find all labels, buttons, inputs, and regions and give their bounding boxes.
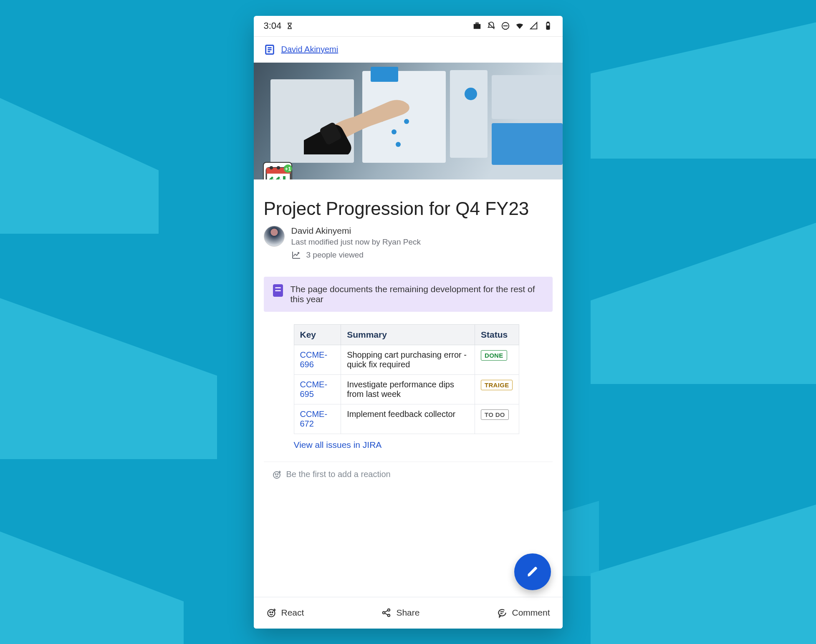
jira-status-badge: DONE bbox=[481, 350, 507, 361]
svg-point-24 bbox=[277, 474, 278, 475]
view-all-issues-link[interactable]: View all issues in JIRA bbox=[294, 440, 553, 450]
hero-hand-illustration bbox=[304, 79, 421, 154]
jira-row: CCME-695Investigate performance dips fro… bbox=[294, 374, 519, 404]
jira-issues-table: Key Summary Status CCME-696Shopping cart… bbox=[294, 324, 553, 450]
react-icon bbox=[266, 607, 277, 618]
react-button[interactable]: React bbox=[266, 607, 304, 618]
jira-summary: Shopping cart purchasing error - quick f… bbox=[341, 345, 475, 374]
svg-point-22 bbox=[273, 472, 280, 478]
breadcrumb-author-link[interactable]: David Akinyemi bbox=[281, 45, 339, 54]
svg-point-16 bbox=[270, 166, 273, 169]
signal-icon bbox=[529, 21, 538, 30]
page-emoji-icon[interactable]: +1 bbox=[263, 162, 292, 179]
reaction-hint-text: Be the first to add a reaction bbox=[286, 470, 391, 479]
svg-rect-6 bbox=[547, 22, 549, 23]
svg-point-28 bbox=[270, 612, 270, 613]
status-bar: 3:04 bbox=[254, 16, 563, 37]
svg-point-29 bbox=[272, 612, 273, 613]
svg-line-35 bbox=[385, 611, 388, 612]
hero-image: +1 bbox=[254, 63, 563, 179]
sync-icon bbox=[285, 22, 294, 30]
svg-point-17 bbox=[277, 166, 280, 169]
svg-text:+1: +1 bbox=[285, 166, 291, 172]
jira-row: CCME-696Shopping cart purchasing error -… bbox=[294, 345, 519, 374]
jira-status-badge: TO DO bbox=[481, 409, 509, 420]
wifi-icon bbox=[515, 21, 524, 30]
jira-summary: Investigate performance dips from last w… bbox=[341, 374, 475, 404]
svg-rect-19 bbox=[283, 176, 285, 179]
react-label: React bbox=[281, 608, 304, 618]
edit-fab[interactable] bbox=[514, 553, 551, 590]
breadcrumb: David Akinyemi bbox=[254, 37, 563, 63]
author-avatar[interactable] bbox=[264, 226, 285, 247]
jira-row: CCME-672Implement feedback collectorTO D… bbox=[294, 404, 519, 434]
views-count: 3 people viewed bbox=[306, 250, 364, 260]
info-panel-icon bbox=[273, 284, 283, 297]
comment-icon bbox=[497, 607, 508, 618]
analytics-icon bbox=[291, 250, 301, 260]
bottom-action-bar: React Share Comment bbox=[254, 597, 563, 629]
page-title: Project Progression for Q4 FY23 bbox=[264, 197, 553, 220]
author-name[interactable]: David Akinyemi bbox=[291, 226, 421, 236]
reaction-hint[interactable]: Be the first to add a reaction bbox=[264, 462, 553, 505]
mute-notification-icon bbox=[487, 21, 496, 30]
jira-status-badge: TRAIGE bbox=[481, 380, 513, 390]
dnd-icon bbox=[501, 21, 510, 30]
jira-issue-link[interactable]: CCME-695 bbox=[300, 380, 328, 399]
comment-label: Comment bbox=[512, 608, 550, 618]
page-icon bbox=[264, 44, 275, 56]
add-reaction-icon bbox=[272, 470, 282, 480]
info-panel: The page documents the remaining develop… bbox=[264, 277, 553, 312]
info-panel-text: The page documents the remaining develop… bbox=[291, 284, 543, 304]
jira-col-key: Key bbox=[294, 324, 341, 345]
last-modified-text: Last modified just now by Ryan Peck bbox=[291, 237, 421, 247]
svg-rect-7 bbox=[547, 26, 549, 29]
share-button[interactable]: Share bbox=[381, 607, 419, 618]
jira-issue-link[interactable]: CCME-696 bbox=[300, 350, 328, 369]
share-icon bbox=[381, 607, 392, 618]
svg-rect-1 bbox=[476, 23, 478, 24]
briefcase-icon bbox=[472, 21, 482, 30]
pencil-icon bbox=[526, 566, 539, 578]
svg-line-36 bbox=[385, 613, 388, 615]
jira-col-status: Status bbox=[475, 324, 519, 345]
svg-rect-0 bbox=[473, 24, 480, 29]
status-time: 3:04 bbox=[264, 20, 282, 31]
jira-summary: Implement feedback collector bbox=[341, 404, 475, 434]
battery-icon bbox=[543, 21, 553, 30]
jira-issue-link[interactable]: CCME-672 bbox=[300, 409, 328, 428]
comment-button[interactable]: Comment bbox=[497, 607, 550, 618]
svg-point-23 bbox=[275, 474, 276, 475]
svg-point-27 bbox=[268, 609, 275, 616]
share-label: Share bbox=[396, 608, 419, 618]
mobile-device-frame: 3:04 David Akinyemi bbox=[254, 16, 563, 629]
jira-col-summary: Summary bbox=[341, 324, 475, 345]
views-row[interactable]: 3 people viewed bbox=[291, 250, 421, 260]
